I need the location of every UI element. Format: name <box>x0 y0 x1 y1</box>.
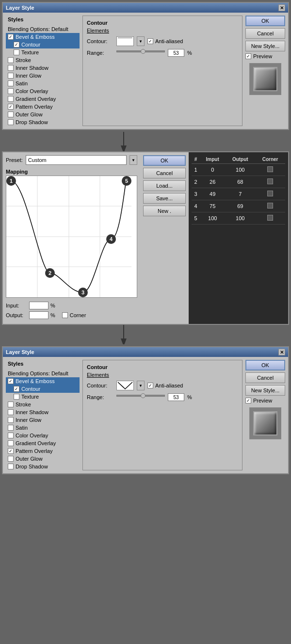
top-cancel-button[interactable]: Cancel <box>245 28 285 39</box>
stroke-checkbox[interactable] <box>8 57 14 63</box>
bottom-contour-checkbox[interactable] <box>14 386 19 392</box>
bottom-color-overlay-checkbox[interactable] <box>8 433 14 438</box>
bottom-cancel-button[interactable]: Cancel <box>245 372 285 383</box>
sidebar-item-inner-shadow[interactable]: Inner Shadow <box>6 64 80 72</box>
bevel-checkbox[interactable] <box>8 34 14 40</box>
corner-label: Corner <box>70 312 86 318</box>
row-4-corner[interactable] <box>267 203 273 209</box>
bottom-blending-label: Blending Options: Default <box>8 370 68 376</box>
bottom-sidebar-contour[interactable]: Contour <box>6 385 80 393</box>
top-preview-checkbox[interactable] <box>245 53 251 59</box>
bottom-gradient-overlay-checkbox[interactable] <box>8 440 14 446</box>
bottom-panel-close-button[interactable]: ✕ <box>278 349 285 355</box>
color-overlay-checkbox[interactable] <box>8 88 14 94</box>
drop-shadow-checkbox[interactable] <box>8 119 14 125</box>
top-contour-dropdown[interactable]: ▼ <box>137 36 145 46</box>
top-panel-close-button[interactable]: ✕ <box>278 4 285 11</box>
top-anti-alias-checkbox[interactable] <box>147 38 153 44</box>
bottom-texture-checkbox[interactable] <box>14 394 19 400</box>
top-range-row: Range: % <box>87 49 238 57</box>
output-field[interactable] <box>29 311 48 319</box>
top-new-style-button[interactable]: New Style... <box>245 41 285 51</box>
row-4-num: 4 <box>192 200 200 212</box>
bottom-sidebar-outer-glow[interactable]: Outer Glow <box>6 455 80 463</box>
sidebar-item-stroke[interactable]: Stroke <box>6 56 80 64</box>
bottom-sidebar-inner-glow[interactable]: Inner Glow <box>6 416 80 424</box>
bottom-sidebar-color-overlay[interactable]: Color Overlay <box>6 432 80 439</box>
mapping-canvas[interactable]: 1 2 3 4 5 <box>6 176 131 297</box>
sidebar-item-texture[interactable]: Texture <box>6 48 80 56</box>
table-row: 5 100 100 <box>192 212 285 225</box>
row-5-corner[interactable] <box>267 215 273 221</box>
bottom-ok-button[interactable]: OK <box>245 360 285 370</box>
bottom-sidebar-texture[interactable]: Texture <box>6 393 80 401</box>
sidebar-item-inner-glow[interactable]: Inner Glow <box>6 72 80 80</box>
bottom-anti-alias-row: Anti-aliased <box>147 383 183 388</box>
pattern-overlay-checkbox[interactable] <box>8 104 14 110</box>
bottom-anti-alias-checkbox[interactable] <box>147 383 153 388</box>
bottom-sidebar-inner-shadow[interactable]: Inner Shadow <box>6 408 80 416</box>
contour-new-button[interactable]: New . <box>143 206 186 216</box>
contour-save-button[interactable]: Save... <box>143 193 186 204</box>
sidebar-item-color-overlay[interactable]: Color Overlay <box>6 87 80 95</box>
bottom-drop-shadow-checkbox[interactable] <box>8 464 14 469</box>
bottom-satin-checkbox[interactable] <box>8 425 14 431</box>
sidebar-item-gradient-overlay[interactable]: Gradient Overlay <box>6 95 80 103</box>
bottom-sidebar-stroke[interactable]: Stroke <box>6 401 80 408</box>
bottom-inner-glow-checkbox[interactable] <box>8 417 14 423</box>
bottom-sidebar-gradient-overlay[interactable]: Gradient Overlay <box>6 439 80 447</box>
top-range-input[interactable] <box>168 49 184 57</box>
arrow-top <box>0 132 291 151</box>
top-contour-preview[interactable] <box>116 36 134 46</box>
table-row: 4 75 69 <box>192 200 285 212</box>
contour-cancel-button[interactable]: Cancel <box>143 168 186 178</box>
bottom-sidebar-drop-shadow[interactable]: Drop Shadow <box>6 463 80 470</box>
bottom-new-style-button[interactable]: New Style... <box>245 385 285 396</box>
row-5-input: 100 <box>200 212 225 225</box>
contour-load-button[interactable]: Load... <box>143 180 186 191</box>
contour-editor-buttons: OK Cancel Load... Save... New . <box>140 152 189 324</box>
sidebar-item-outer-glow[interactable]: Outer Glow <box>6 111 80 118</box>
preset-dropdown[interactable]: ▼ <box>129 155 137 165</box>
contour-checkbox[interactable] <box>14 42 19 48</box>
sidebar-item-contour[interactable]: Contour <box>6 41 80 48</box>
row-2-corner[interactable] <box>267 178 273 184</box>
sidebar-item-satin[interactable]: Satin <box>6 80 80 87</box>
bottom-preview-checkbox[interactable] <box>245 398 251 403</box>
sidebar-item-bevel-emboss[interactable]: Bevel & Emboss <box>6 33 80 41</box>
corner-checkbox[interactable] <box>62 312 68 318</box>
bottom-sidebar-bevel-emboss[interactable]: Bevel & Emboss <box>6 377 80 385</box>
inner-shadow-checkbox[interactable] <box>8 65 14 71</box>
top-range-slider[interactable] <box>116 50 165 52</box>
bottom-range-slider[interactable] <box>116 395 165 397</box>
bottom-styles-list: Blending Options: Default Bevel & Emboss… <box>6 370 80 470</box>
bottom-outer-glow-checkbox[interactable] <box>8 456 14 462</box>
bottom-range-input[interactable] <box>168 393 184 401</box>
input-field[interactable] <box>29 302 48 309</box>
top-ok-button[interactable]: OK <box>245 16 285 26</box>
bottom-pattern-overlay-checkbox[interactable] <box>8 448 14 454</box>
bottom-sidebar-satin[interactable]: Satin <box>6 424 80 432</box>
bottom-sidebar-blending[interactable]: Blending Options: Default <box>6 370 80 377</box>
sidebar-item-drop-shadow[interactable]: Drop Shadow <box>6 118 80 126</box>
outer-glow-checkbox[interactable] <box>8 112 14 117</box>
bottom-sidebar-pattern-overlay[interactable]: Pattern Overlay <box>6 447 80 455</box>
gradient-overlay-checkbox[interactable] <box>8 96 14 102</box>
satin-checkbox[interactable] <box>8 80 14 86</box>
bottom-contour-preview[interactable] <box>116 381 134 390</box>
row-3-corner[interactable] <box>267 191 273 196</box>
bottom-inner-shadow-checkbox[interactable] <box>8 409 14 415</box>
row-1-corner[interactable] <box>267 166 273 172</box>
sidebar-item-blending[interactable]: Blending Options: Default <box>6 25 80 33</box>
bottom-stroke-checkbox[interactable] <box>8 402 14 407</box>
inner-glow-label: Inner Glow <box>16 73 41 79</box>
bottom-contour-dropdown[interactable]: ▼ <box>137 381 145 390</box>
inner-glow-checkbox[interactable] <box>8 73 14 79</box>
preset-input[interactable] <box>26 155 127 165</box>
col-header-num: # <box>192 155 200 164</box>
bottom-bevel-checkbox[interactable] <box>8 378 14 384</box>
bottom-preview-box <box>249 407 281 439</box>
texture-checkbox[interactable] <box>14 49 19 55</box>
sidebar-item-pattern-overlay[interactable]: Pattern Overlay <box>6 103 80 111</box>
contour-ok-button[interactable]: OK <box>143 155 186 166</box>
